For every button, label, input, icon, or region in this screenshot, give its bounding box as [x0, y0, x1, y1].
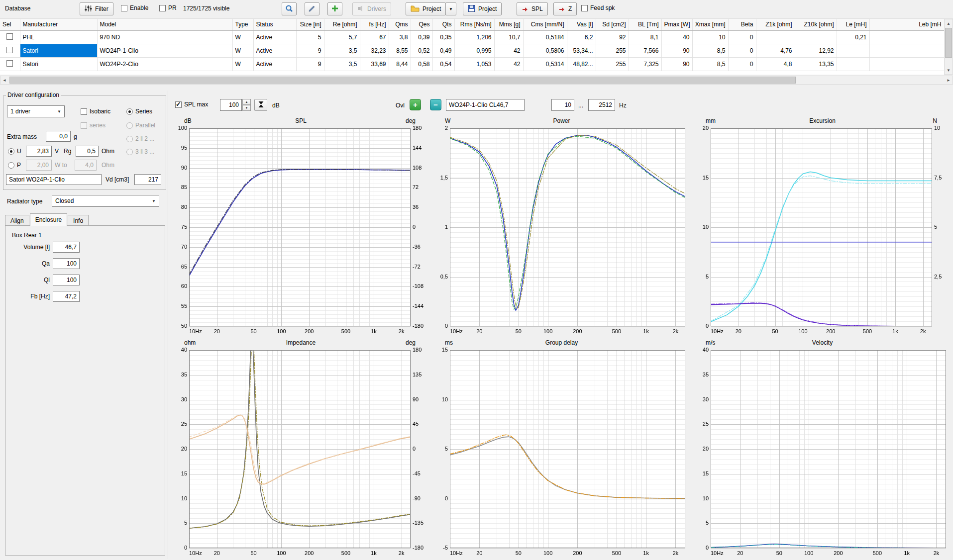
- isobaric-checkbox[interactable]: Isobaric: [81, 108, 110, 115]
- enable-checkbox[interactable]: Enable: [121, 4, 148, 11]
- col-header-mms-g[interactable]: Mms [g]: [494, 19, 523, 30]
- col-header-xmax-mm[interactable]: Xmax [mm]: [692, 19, 728, 30]
- tab-enclosure[interactable]: Enclosure: [30, 213, 67, 226]
- radiator-type-select[interactable]: Closed▼: [52, 195, 159, 207]
- volume-input[interactable]: 46,7: [53, 242, 80, 253]
- two-parallel-radio-button[interactable]: [126, 136, 133, 142]
- series2-checkbox[interactable]: series: [81, 122, 106, 129]
- edit-button[interactable]: [305, 2, 319, 15]
- feed-spk-checkbox-box[interactable]: [581, 5, 588, 11]
- overlay-name-input[interactable]: WO24P-1-Clio CL46,7: [446, 99, 525, 111]
- freq-min-input[interactable]: 10: [551, 99, 574, 111]
- table-cell: 12,92: [795, 44, 837, 57]
- table-row[interactable]: SatoriWO24P-2-ClioWActive93,533,698,440,…: [0, 57, 944, 71]
- table-row[interactable]: SatoriWO24P-1-ClioWActive93,532,238,550,…: [0, 44, 944, 57]
- col-header-pmax-w[interactable]: Pmax [W]: [661, 19, 692, 30]
- scroll-right-button[interactable]: ►: [945, 76, 953, 84]
- power-load-input[interactable]: 4,0: [75, 160, 97, 171]
- export-z-button[interactable]: Z: [553, 2, 577, 15]
- fb-input[interactable]: 47,2: [53, 291, 80, 302]
- parallel-radio-button[interactable]: [126, 122, 133, 129]
- voltage-radio[interactable]: U: [8, 148, 21, 155]
- driver-count-select[interactable]: 1 driver▼: [7, 105, 65, 117]
- series-radio[interactable]: Series: [126, 108, 152, 115]
- driver-name-input[interactable]: Satori WO24P-1-Clio: [6, 174, 102, 185]
- col-header-z10k-ohm[interactable]: Z10k [ohm]: [795, 19, 837, 30]
- scroll-up-button[interactable]: ▲: [945, 19, 953, 27]
- power-radio-button[interactable]: [8, 162, 14, 169]
- col-header-size-in[interactable]: Size [in]: [296, 19, 324, 30]
- power-input[interactable]: 2,00: [26, 160, 52, 171]
- col-header-qes[interactable]: Qes: [411, 19, 432, 30]
- search-button[interactable]: [282, 2, 297, 15]
- col-header-bl-tm[interactable]: BL [Tm]: [629, 19, 661, 30]
- autofit-button[interactable]: [254, 99, 267, 111]
- series-radio-button[interactable]: [126, 108, 133, 115]
- col-header-sd-cm2[interactable]: Sd [cm2]: [596, 19, 629, 30]
- project-open-dropdown-button[interactable]: ▼: [445, 2, 456, 15]
- hscroll-thumb[interactable]: [9, 77, 796, 84]
- export-arrow-icon: [558, 5, 565, 13]
- col-header-qts[interactable]: Qts: [432, 19, 454, 30]
- col-header-type[interactable]: Type: [232, 19, 253, 30]
- project-save-button[interactable]: Project: [463, 2, 502, 15]
- row-select-checkbox[interactable]: [6, 47, 13, 53]
- voltage-radio-button[interactable]: [8, 148, 14, 155]
- rg-input[interactable]: 0,5: [76, 146, 99, 157]
- three-parallel-radio-button[interactable]: [126, 149, 133, 155]
- feed-spk-checkbox[interactable]: Feed spk: [581, 4, 615, 11]
- col-header-sel[interactable]: Sel: [0, 19, 20, 30]
- col-header-manufacturer[interactable]: Manufacturer: [20, 19, 97, 30]
- col-header-re-ohm[interactable]: Re [ohm]: [324, 19, 360, 30]
- spinner-down-button[interactable]: ▼: [242, 105, 251, 111]
- overlay-remove-button[interactable]: −: [430, 99, 441, 110]
- export-spl-button[interactable]: SPL: [517, 2, 548, 15]
- col-header-cms-mm-n[interactable]: Cms [mm/N]: [523, 19, 567, 30]
- three-parallel-radio[interactable]: 3 ‖ 3 ...: [126, 148, 154, 155]
- isobaric-checkbox-box[interactable]: [81, 108, 87, 115]
- extra-mass-input[interactable]: 0,0: [46, 131, 71, 142]
- ql-input[interactable]: 100: [53, 275, 80, 285]
- vd-input[interactable]: 217: [134, 174, 161, 185]
- pr-checkbox-box[interactable]: [159, 5, 166, 11]
- row-select-checkbox[interactable]: [6, 33, 13, 40]
- qa-input[interactable]: 100: [53, 258, 80, 269]
- tab-info[interactable]: Info: [68, 215, 89, 226]
- scroll-left-button[interactable]: ◄: [0, 76, 8, 84]
- project-open-button[interactable]: Project: [406, 2, 446, 15]
- vscroll-thumb[interactable]: [945, 28, 952, 58]
- voltage-input[interactable]: 2,83: [26, 146, 52, 157]
- overlay-add-button[interactable]: +: [410, 99, 421, 110]
- two-parallel-radio[interactable]: 2 ‖ 2 ...: [126, 135, 154, 142]
- enable-checkbox-box[interactable]: [121, 5, 127, 11]
- power-radio[interactable]: P: [8, 162, 21, 169]
- col-header-model[interactable]: Model: [97, 19, 232, 30]
- drivers-button[interactable]: Drivers: [352, 2, 391, 15]
- table-row[interactable]: PHL970 NDWActive55,7673,80,390,351,20610…: [0, 30, 944, 44]
- col-header-fs-hz[interactable]: fs [Hz]: [360, 19, 389, 30]
- table-cell: [837, 57, 869, 71]
- spl-max-input[interactable]: 100: [220, 99, 242, 111]
- table-vscrollbar[interactable]: ▲ ▼: [944, 19, 953, 75]
- series2-checkbox-box[interactable]: [81, 122, 87, 129]
- spinner-up-button[interactable]: ▲: [242, 99, 251, 105]
- row-select-checkbox[interactable]: [6, 60, 13, 67]
- col-header-z1k-ohm[interactable]: Z1k [ohm]: [756, 19, 795, 30]
- table-hscrollbar[interactable]: ◄ ►: [0, 76, 953, 85]
- col-header-beta[interactable]: Beta: [728, 19, 756, 30]
- scroll-down-button[interactable]: ▼: [945, 66, 953, 74]
- pr-checkbox[interactable]: PR: [159, 4, 177, 11]
- col-header-rms-ns-m[interactable]: Rms [Ns/m]: [454, 19, 494, 30]
- freq-max-input[interactable]: 2512: [588, 99, 615, 111]
- col-header-leb-mh[interactable]: Leb [mH: [869, 19, 944, 30]
- parallel-radio[interactable]: Parallel: [126, 122, 155, 129]
- col-header-qms[interactable]: Qms: [389, 19, 411, 30]
- add-driver-button[interactable]: [327, 2, 342, 15]
- spl-max-checkbox[interactable]: SPL max: [175, 101, 208, 108]
- spl-max-checkbox-box[interactable]: [175, 101, 182, 108]
- col-header-le-mh[interactable]: Le [mH]: [837, 19, 869, 30]
- filter-button[interactable]: Filter: [80, 2, 113, 15]
- col-header-vas-l[interactable]: Vas [l]: [567, 19, 596, 30]
- col-header-status[interactable]: Status: [253, 19, 296, 30]
- tab-align[interactable]: Align: [5, 215, 29, 226]
